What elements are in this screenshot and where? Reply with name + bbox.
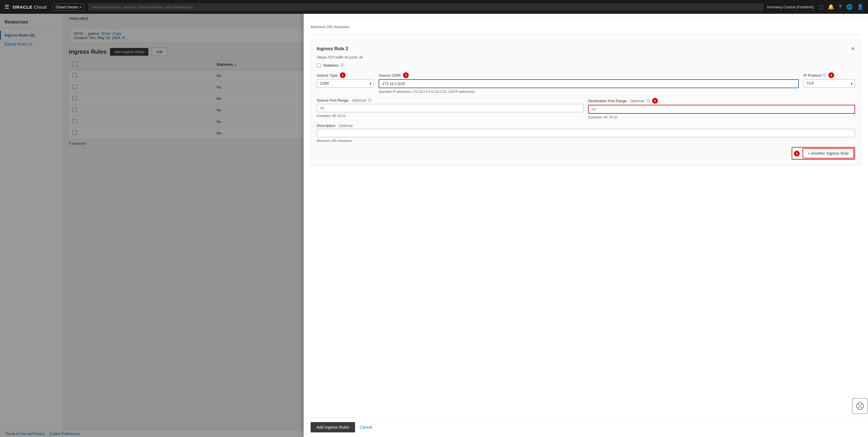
helper-widget[interactable] <box>852 398 868 414</box>
code-icon[interactable]: ⬚ <box>818 4 823 10</box>
rule-card-header: Ingress Rule 2 ✕ <box>317 45 855 52</box>
helper-widget-icon <box>856 402 864 410</box>
stateless-info-icon[interactable]: ⓘ <box>341 63 344 68</box>
region-selector[interactable]: Germany Central (Frankfurt) <box>767 5 814 9</box>
bell-icon[interactable]: 🔔 <box>828 4 834 10</box>
stateless-checkbox[interactable] <box>317 63 321 67</box>
source-port-group: Source Port Range Optional ⓘ Examples: 8… <box>317 98 584 118</box>
dest-port-hint: Examples: 80, 20-22 <box>588 116 855 119</box>
rule-card-close-button[interactable]: ✕ <box>851 45 855 52</box>
source-cidr-input[interactable]: 172.16.2.0/25 <box>379 79 799 88</box>
stateless-row: Stateless ⓘ <box>317 63 855 68</box>
source-type-group: Source Type 1 CIDR Service Network Secur… <box>317 72 374 88</box>
modal-body: Maximum 255 characters Ingress Rule 2 ✕ … <box>304 18 868 417</box>
source-type-select-wrapper: CIDR Service Network Security Group ⬍ <box>317 79 374 88</box>
description-max-chars: Maximum 255 characters <box>317 139 855 143</box>
description-group: Description Optional Maximum 255 charact… <box>317 123 855 143</box>
badge-4: 4 <box>652 98 658 104</box>
source-port-input[interactable] <box>317 104 584 112</box>
add-ingress-submit-button[interactable]: Add Ingress Rules <box>311 422 355 432</box>
cancel-button[interactable]: Cancel <box>360 425 372 430</box>
modal-panel: Add Ingress Rules ✕ Maximum 255 characte… <box>304 0 868 437</box>
svg-point-3 <box>858 407 859 408</box>
help-icon[interactable]: ? <box>839 4 842 10</box>
oracle-logo: ORACLE Cloud <box>12 5 47 9</box>
description-row: Description Optional Maximum 255 charact… <box>317 123 855 143</box>
dest-port-group: Destination Port Range Optional ⓘ 4 Exam… <box>588 98 855 119</box>
svg-point-1 <box>858 404 859 405</box>
description-input[interactable] <box>317 129 855 137</box>
max-chars-label: Maximum 255 characters <box>311 24 861 30</box>
topnav-right: Germany Central (Frankfurt) ⬚ 🔔 ? 🌐 👤 <box>767 4 863 10</box>
dest-port-label: Destination Port Range Optional ⓘ 4 <box>588 98 855 104</box>
source-port-hint: Examples: 80, 20-22 <box>317 114 584 118</box>
modal-footer: Add Ingress Rules Cancel <box>304 417 868 437</box>
dest-port-optional: Optional <box>630 99 644 103</box>
source-port-info-icon[interactable]: ⓘ <box>368 98 371 103</box>
user-icon[interactable]: 👤 <box>857 4 863 10</box>
add-another-section: 5 + Another Ingress Rule <box>317 147 855 160</box>
dest-port-input[interactable] <box>588 105 855 114</box>
rule-card-title: Ingress Rule 2 <box>317 46 348 52</box>
ip-protocol-group: IP Protocol ⓘ 3 TCP UDP ICMP All Protoco… <box>803 72 855 88</box>
badge-2: 2 <box>403 72 409 78</box>
port-range-row: Source Port Range Optional ⓘ Examples: 8… <box>317 98 855 119</box>
ip-protocol-info-icon[interactable]: ⓘ <box>823 73 826 78</box>
ip-protocol-select-wrapper: TCP UDP ICMP All Protocols ⬍ <box>803 79 855 88</box>
source-port-label: Source Port Range Optional ⓘ <box>317 98 584 103</box>
rule-card-2: Ingress Rule 2 ✕ Allows TCP traffic for … <box>311 40 861 166</box>
menu-icon[interactable]: ☰ <box>5 4 9 10</box>
source-type-row: Source Type 1 CIDR Service Network Secur… <box>317 72 855 93</box>
search-input[interactable] <box>88 3 763 11</box>
ip-protocol-select[interactable]: TCP UDP ICMP All Protocols <box>803 79 855 88</box>
source-cidr-label: Source CIDR 2 <box>379 72 799 78</box>
source-cidr-group: Source CIDR 2 172.16.2.0/25 Specified IP… <box>379 72 799 93</box>
prev-section: Maximum 255 characters <box>311 24 861 35</box>
description-optional: Optional <box>339 123 352 128</box>
topnav: ☰ ORACLE Cloud Cloud Classic > Germany C… <box>0 0 868 14</box>
badge-3: 3 <box>828 72 834 78</box>
description-label: Description Optional <box>317 123 855 128</box>
ip-protocol-label: IP Protocol ⓘ 3 <box>803 72 855 78</box>
rule-card-subtitle: Allows TCP traffic for ports: all <box>317 55 855 59</box>
cloud-classic-button[interactable]: Cloud Classic > <box>53 3 85 11</box>
svg-point-2 <box>861 404 862 405</box>
svg-point-4 <box>861 407 862 408</box>
add-another-button[interactable]: + Another Ingress Rule <box>803 148 854 158</box>
badge-1: 1 <box>340 72 346 78</box>
source-cidr-hint: Specified IP addresses: 172.16.2.0-172.1… <box>379 90 799 93</box>
source-type-select[interactable]: CIDR Service Network Security Group <box>317 79 374 88</box>
add-another-highlight: 5 + Another Ingress Rule <box>792 147 855 160</box>
svg-point-5 <box>859 405 861 407</box>
source-port-optional: Optional <box>352 98 366 102</box>
dest-port-info-icon[interactable]: ⓘ <box>646 98 650 103</box>
stateless-label: Stateless <box>323 63 338 67</box>
globe-icon[interactable]: 🌐 <box>846 4 852 10</box>
source-type-label: Source Type 1 <box>317 72 374 78</box>
badge-5: 5 <box>794 151 800 156</box>
